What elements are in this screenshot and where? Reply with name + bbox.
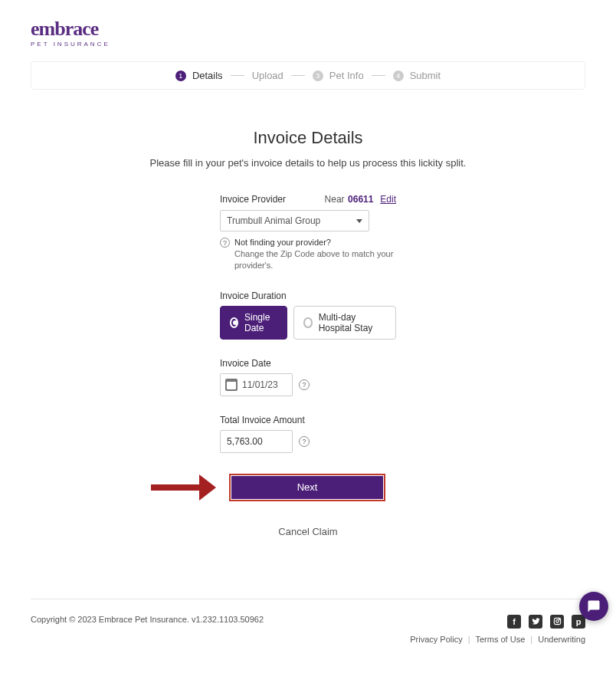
page-title: Invoice Details: [31, 128, 585, 148]
help-icon: ?: [220, 238, 230, 248]
svg-point-4: [559, 619, 559, 620]
cancel-claim-link[interactable]: Cancel Claim: [31, 526, 585, 537]
radio-label: Multi-day Hospital Stay: [319, 312, 386, 333]
step-label: Upload: [252, 70, 283, 81]
annotation-arrow-icon: [147, 468, 216, 507]
radio-label: Single Date: [244, 312, 277, 333]
step-number-icon: 4: [393, 71, 404, 81]
step-number-icon: 1: [175, 71, 186, 81]
brand-tagline: PET INSURANCE: [31, 41, 585, 48]
duration-label: Invoice Duration: [220, 291, 396, 301]
step-details: 1 Details: [175, 70, 223, 81]
near-prefix: Near: [325, 194, 345, 205]
svg-point-3: [555, 620, 559, 623]
facebook-icon[interactable]: f: [507, 615, 521, 629]
step-label: Pet Info: [329, 70, 364, 81]
provider-hint-title: Not finding your provider?: [234, 238, 396, 247]
amount-label: Total Invoice Amount: [220, 415, 396, 425]
duration-single-date[interactable]: Single Date: [220, 306, 287, 340]
near-zip-group: Near 06611 Edit: [325, 192, 396, 205]
instagram-icon[interactable]: [550, 615, 564, 629]
terms-of-use-link[interactable]: Terms of Use: [475, 635, 525, 644]
progress-stepper: 1 Details Upload 3 Pet Info 4 Submit: [31, 61, 585, 90]
chat-icon: [587, 599, 601, 613]
chat-widget-button[interactable]: [579, 592, 608, 621]
step-label: Details: [192, 70, 223, 81]
radio-icon: [230, 317, 238, 328]
provider-select[interactable]: Trumbull Animal Group: [220, 210, 369, 231]
step-label: Submit: [410, 70, 441, 81]
calendar-icon: [225, 379, 238, 391]
underwriting-link[interactable]: Underwriting: [538, 635, 585, 644]
brand-logo: embrace PET INSURANCE: [31, 19, 585, 48]
duration-multi-day[interactable]: Multi-day Hospital Stay: [293, 306, 396, 340]
provider-label: Invoice Provider: [220, 194, 286, 205]
date-value: 11/01/23: [242, 379, 278, 390]
edit-zip-link[interactable]: Edit: [380, 194, 396, 205]
radio-icon: [303, 317, 312, 328]
provider-hint-body: Change the Zip Code above to match your …: [234, 248, 396, 272]
invoice-date-input[interactable]: 11/01/23: [220, 373, 293, 396]
chevron-down-icon: [356, 219, 362, 223]
step-upload: Upload: [252, 70, 283, 81]
date-help-icon[interactable]: ?: [299, 379, 310, 390]
svg-marker-1: [199, 474, 216, 501]
privacy-policy-link[interactable]: Privacy Policy: [410, 635, 462, 644]
step-number-icon: 3: [313, 71, 323, 81]
page-subtitle: Please fill in your pet's invoice detail…: [31, 157, 585, 169]
zip-code: 06611: [348, 194, 373, 205]
amount-help-icon[interactable]: ?: [299, 436, 310, 447]
step-divider: [231, 75, 244, 76]
date-label: Invoice Date: [220, 358, 396, 369]
step-divider: [291, 75, 305, 76]
copyright-text: Copyright © 2023 Embrace Pet Insurance. …: [31, 615, 264, 624]
provider-selected-value: Trumbull Animal Group: [227, 215, 320, 226]
footer-links: Privacy Policy | Terms of Use | Underwri…: [410, 635, 585, 644]
amount-input[interactable]: [220, 430, 293, 453]
next-button[interactable]: Next: [231, 476, 383, 499]
twitter-icon[interactable]: [529, 615, 542, 629]
step-divider: [372, 75, 385, 76]
step-submit: 4 Submit: [393, 70, 441, 81]
brand-name: embrace: [31, 19, 585, 39]
step-pet-info: 3 Pet Info: [313, 70, 364, 81]
